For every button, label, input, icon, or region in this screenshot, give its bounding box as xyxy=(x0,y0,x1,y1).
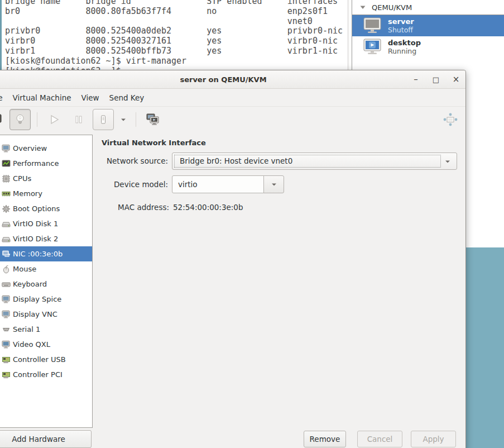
sidebar-item-label: VirtIO Disk 2 xyxy=(13,235,58,243)
action-buttons: Remove Cancel Apply xyxy=(304,431,456,447)
vm-desktop-icon xyxy=(362,39,382,55)
window-controls: – □ × xyxy=(412,70,460,89)
lightbulb-icon xyxy=(14,113,26,126)
pause-icon xyxy=(73,113,85,126)
sidebar-item-label: Display Spice xyxy=(13,295,61,303)
toolbar-separator xyxy=(37,112,37,127)
shutdown-menu-button[interactable] xyxy=(117,109,129,130)
vm-server-icon xyxy=(362,17,382,34)
sidebar-item-overview[interactable]: Overview xyxy=(0,141,92,156)
device-model-label: Device model: xyxy=(93,175,168,193)
sidebar-item-display-spice[interactable]: Display Spice xyxy=(0,292,92,307)
sidebar-item-cpus[interactable]: CPUs xyxy=(0,171,92,186)
toolbar-separator xyxy=(136,112,136,127)
controller-icon xyxy=(2,355,11,364)
run-button[interactable] xyxy=(44,109,65,130)
menu-file[interactable]: File xyxy=(0,89,8,107)
vm-status: Shutoff xyxy=(388,26,413,34)
mac-address-value: 52:54:00:00:3e:0b xyxy=(173,202,243,212)
sidebar-item-display-vnc[interactable]: Display VNC xyxy=(0,307,92,322)
disk-icon xyxy=(2,220,11,228)
sidebar-item-mouse[interactable]: Mouse xyxy=(0,261,92,277)
video-icon xyxy=(2,340,11,349)
connection-label: QEMU/KVM xyxy=(372,3,412,12)
display-icon xyxy=(2,295,11,304)
terminal-scrollbar[interactable] xyxy=(348,0,352,73)
sidebar-item-label: CPUs xyxy=(13,174,31,183)
controller-icon xyxy=(2,370,11,379)
vm-details-window: server on QEMU/KVM – □ × FileVirtual Mac… xyxy=(0,70,466,448)
vm-list-item-server[interactable]: server Shutoff xyxy=(352,15,504,36)
panel-heading: Virtual Network Interface xyxy=(102,139,206,147)
shutdown-button[interactable] xyxy=(93,109,114,130)
hardware-details-button[interactable] xyxy=(9,109,31,130)
device-model-combo[interactable]: virtio xyxy=(172,175,264,193)
minimize-button[interactable]: – xyxy=(412,75,420,84)
sidebar-item-serial-1[interactable]: Serial 1 xyxy=(0,322,92,337)
remove-button[interactable]: Remove xyxy=(304,431,346,447)
vm-name: server xyxy=(388,17,414,26)
add-hardware-button[interactable]: Add Hardware xyxy=(0,430,92,448)
sidebar-item-label: Controller PCI xyxy=(13,370,63,379)
memory-icon xyxy=(2,189,11,198)
maximize-button[interactable]: □ xyxy=(432,75,440,84)
window-title: server on QEMU/KVM xyxy=(180,75,266,84)
sidebar-item-label: VirtIO Disk 1 xyxy=(13,220,58,228)
sidebar-item-label: Mouse xyxy=(13,265,36,273)
menu-view[interactable]: View xyxy=(76,89,104,107)
overview-icon xyxy=(2,144,11,153)
toolbar xyxy=(0,107,465,132)
expander-arrow-icon[interactable] xyxy=(359,4,366,11)
network-source-label: Network source: xyxy=(93,152,168,170)
sidebar-item-video-qxl[interactable]: Video QXL xyxy=(0,337,92,352)
vm-list-item-desktop[interactable]: desktop Running xyxy=(352,36,504,58)
sidebar-item-performance[interactable]: Performance xyxy=(0,156,92,171)
sidebar-item-controller-usb[interactable]: Controller USB xyxy=(0,352,92,367)
display-icon xyxy=(2,310,11,319)
sidebar-item-virtio-disk-2[interactable]: VirtIO Disk 2 xyxy=(0,231,92,246)
connection-row-qemu-kvm[interactable]: QEMU/KVM xyxy=(352,0,504,15)
terminal-window[interactable]: bridge name bridge id STP enabled interf… xyxy=(0,0,352,73)
network-source-value: Bridge br0: Host device vnet0 xyxy=(180,153,292,169)
apply-button[interactable]: Apply xyxy=(411,431,456,447)
sidebar-item-label: Video QXL xyxy=(13,340,50,349)
mac-address-label: MAC address: xyxy=(93,202,169,212)
device-model-value: virtio xyxy=(178,180,198,189)
console-switch-button[interactable] xyxy=(142,109,164,130)
chevron-down-icon xyxy=(443,157,452,166)
sidebar-item-keyboard[interactable]: Keyboard xyxy=(0,277,92,292)
sidebar-item-label: Memory xyxy=(13,189,42,198)
performance-icon xyxy=(2,159,11,168)
sidebar-item-nic-00-3e-0b[interactable]: NIC :00:3e:0b xyxy=(0,246,92,261)
mouse-icon xyxy=(2,265,11,274)
cancel-button[interactable]: Cancel xyxy=(357,431,402,447)
displays-icon xyxy=(146,113,160,126)
sidebar-item-virtio-disk-1[interactable]: VirtIO Disk 1 xyxy=(0,216,92,231)
close-button[interactable]: × xyxy=(452,75,460,84)
sidebar-item-label: Boot Options xyxy=(13,204,60,213)
nic-icon xyxy=(2,250,11,259)
menu-send-key[interactable]: Send Key xyxy=(104,89,150,107)
titlebar[interactable]: server on QEMU/KVM – □ × xyxy=(0,70,465,89)
sidebar-item-memory[interactable]: Memory xyxy=(0,186,92,201)
sidebar-item-boot-options[interactable]: Boot Options xyxy=(0,201,92,216)
fit-screen-icon xyxy=(443,112,458,127)
sidebar-item-label: Performance xyxy=(13,159,59,168)
chevron-down-icon xyxy=(270,180,279,189)
console-button[interactable] xyxy=(0,109,6,130)
menubar: FileVirtual MachineViewSend Key xyxy=(0,89,465,107)
terminal-text: bridge name bridge id STP enabled interf… xyxy=(5,0,343,73)
network-source-dropdown[interactable]: Bridge br0: Host device vnet0 xyxy=(172,152,457,170)
gear-icon xyxy=(2,204,11,213)
fit-screen-button[interactable] xyxy=(443,112,458,127)
cpu-icon xyxy=(2,174,11,183)
device-model-dropdown-button[interactable] xyxy=(263,175,284,193)
pause-button[interactable] xyxy=(68,109,89,130)
serial-icon xyxy=(2,325,11,334)
sidebar-item-controller-pci[interactable]: Controller PCI xyxy=(0,367,92,382)
run-icon xyxy=(48,113,60,126)
shutdown-icon xyxy=(97,113,109,126)
sidebar-item-label: Controller USB xyxy=(13,355,66,364)
menu-virtual-machine[interactable]: Virtual Machine xyxy=(8,89,76,107)
sidebar-item-label: Overview xyxy=(13,144,47,152)
